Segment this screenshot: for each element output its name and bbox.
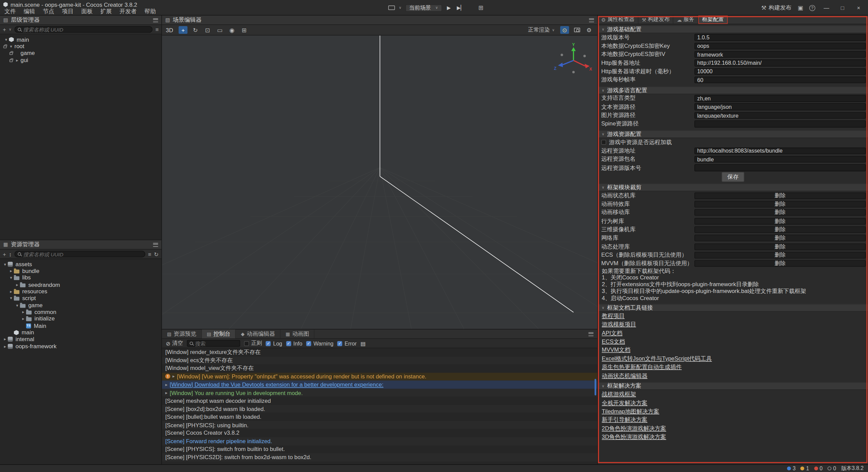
property-input[interactable] (694, 42, 866, 49)
render-mode-dropdown[interactable]: 正常渲染 ∨ (528, 26, 554, 34)
log-row[interactable]: [Window] ecs文件夹不存在 (162, 356, 597, 365)
doc-link[interactable]: Excel格式转Json文件与TypeScript代码工具 (598, 354, 712, 363)
asset-node[interactable]: main (0, 329, 161, 336)
orientation-gizmo[interactable]: Y X Z (551, 42, 593, 78)
solution-link[interactable]: 新手引导解决方案 (598, 416, 647, 424)
refresh-icon[interactable]: ↻ (154, 251, 159, 257)
asset-node[interactable]: ▾game (0, 302, 161, 309)
camera-settings-icon[interactable] (572, 26, 581, 34)
inspector-tab[interactable]: ⚒构建发布 (638, 16, 673, 24)
console-search-input[interactable] (195, 340, 237, 347)
hierarchy-node[interactable]: ▸gui (0, 57, 161, 63)
delete-button[interactable]: 删除 (694, 252, 866, 258)
caret-icon[interactable]: ▾ (3, 37, 9, 42)
scene-selector-dropdown[interactable]: 当前场景 ∨ (405, 4, 442, 11)
menu-item[interactable]: 扩展 (97, 7, 116, 15)
expand-caret-icon[interactable]: ▸ (165, 382, 167, 387)
property-input[interactable] (694, 164, 866, 171)
menu-item[interactable]: 开发者 (116, 7, 140, 15)
save-button[interactable]: 保存 (722, 172, 744, 182)
expand-caret-icon[interactable]: ▸ (173, 374, 175, 379)
log-row[interactable]: [Scene] Cocos Creator v3.8.2 (162, 429, 597, 437)
caret-icon[interactable]: ▸ (15, 58, 20, 63)
caret-icon[interactable]: ▸ (8, 289, 14, 294)
menu-item[interactable]: 编辑 (20, 7, 39, 15)
close-button[interactable]: × (853, 5, 863, 11)
rect-tool-icon[interactable]: ▭ (215, 26, 224, 34)
menu-item[interactable]: 面板 (77, 7, 97, 15)
step-button[interactable]: ▶▏ (456, 5, 466, 11)
property-input[interactable] (694, 77, 866, 83)
asset-node[interactable]: ▸bundle (0, 268, 161, 274)
solution-link[interactable]: Tiledmap地图解决方案 (598, 407, 659, 416)
scene-viewport[interactable]: Y X Z (162, 36, 597, 329)
section-header-solutions[interactable]: ∨ 框架解决方案 (598, 382, 868, 390)
delete-button[interactable]: 删除 (694, 209, 866, 216)
log-row[interactable]: [Window] render_texture文件夹不存在 (162, 348, 597, 356)
console-tab[interactable]: ▧资源预览 (162, 330, 202, 338)
filter-log[interactable]: ✓Log (266, 340, 282, 347)
property-input[interactable] (694, 103, 866, 110)
menu-item[interactable]: 节点 (39, 7, 58, 15)
info-count[interactable]: 3 (787, 465, 795, 471)
scale-tool-icon[interactable]: ⊡ (203, 26, 212, 34)
property-input[interactable] (694, 68, 866, 75)
property-input[interactable] (694, 59, 866, 66)
warning-count[interactable]: 1 (801, 465, 809, 471)
expand-caret-icon[interactable]: ▸ (165, 390, 167, 395)
solution-link[interactable]: 全栈开发解决方案 (598, 398, 647, 407)
doc-link[interactable]: 原生包热更新配置自动生成插件 (598, 363, 682, 371)
asset-node[interactable]: ▸oops-framework (0, 343, 161, 350)
asset-node[interactable]: ▸resources (0, 288, 161, 295)
solution-link[interactable]: 2D角色扮演游戏解决方案 (598, 424, 666, 433)
panel-menu-icon[interactable] (589, 18, 594, 22)
log-checkbox[interactable]: ✓ (266, 341, 271, 346)
log-row[interactable]: ▸[Window] Download the Vue Devtools exte… (162, 380, 597, 389)
rotate-tool-icon[interactable]: ↻ (191, 26, 200, 34)
caret-icon[interactable]: ▾ (8, 275, 14, 280)
delete-button[interactable]: 删除 (694, 192, 866, 199)
log-row[interactable]: [Scene] [PHYSICS]: using builtin. (162, 421, 597, 429)
menu-item[interactable]: 帮助 (141, 7, 160, 15)
property-input[interactable] (694, 120, 866, 127)
hierarchy-search-input[interactable] (23, 26, 149, 33)
help-icon[interactable]: ? (809, 5, 815, 11)
filter-info[interactable]: ✓Info (286, 340, 302, 347)
play-button[interactable]: ▶ (446, 5, 452, 11)
remote-load-checkbox[interactable] (601, 140, 606, 145)
regex-toggle[interactable]: 正则 (244, 340, 262, 347)
caret-icon[interactable]: ▾ (2, 262, 8, 267)
property-input[interactable] (694, 156, 866, 163)
snap-tool-icon[interactable]: ⊞ (240, 26, 249, 34)
log-row[interactable]: !▸[Window] [Vue warn]: Property "onInput… (162, 373, 597, 381)
property-input[interactable] (694, 148, 866, 154)
console-search[interactable] (187, 340, 240, 347)
assets-search[interactable] (14, 251, 145, 257)
hierarchy-node[interactable]: ▾main (0, 36, 161, 43)
device-preview-icon[interactable] (388, 5, 395, 10)
caret-icon[interactable]: ▾ (15, 303, 20, 308)
console-tab[interactable]: ▦动画图 (280, 330, 315, 338)
doc-link[interactable]: 游戏模板项目 (598, 320, 636, 329)
log-row[interactable]: ▸[Window] You are running Vue in develop… (162, 389, 597, 397)
delete-button[interactable]: 删除 (694, 226, 866, 233)
lighting-toggle-icon[interactable]: ⊙ (560, 26, 569, 34)
hierarchy-node[interactable]: game (0, 50, 161, 57)
delete-button[interactable]: 删除 (694, 235, 866, 241)
caret-icon[interactable]: ▸ (21, 310, 26, 315)
sort-icon[interactable]: ↕ (9, 251, 12, 257)
delete-button[interactable]: 删除 (694, 243, 866, 250)
console-tab[interactable]: ▤控制台 (202, 330, 236, 338)
property-input[interactable] (694, 112, 866, 119)
section-header-docs[interactable]: ∨ 框架文档工具链接 (598, 304, 868, 312)
caret-icon[interactable]: ▸ (15, 282, 20, 287)
delete-button[interactable]: 删除 (694, 218, 866, 224)
asset-node[interactable]: ▾script (0, 295, 161, 302)
asset-node[interactable]: ▸internal (0, 336, 161, 343)
gear-icon[interactable]: ⚙ (585, 26, 593, 34)
asset-node[interactable]: TSMain (0, 322, 161, 329)
inspector-tab[interactable]: ⚙属性检查器 (598, 16, 638, 24)
assets-search-input[interactable] (23, 251, 142, 257)
inspector-tab[interactable]: ☁服务 (673, 16, 698, 24)
error-checkbox[interactable]: ✓ (337, 341, 342, 346)
